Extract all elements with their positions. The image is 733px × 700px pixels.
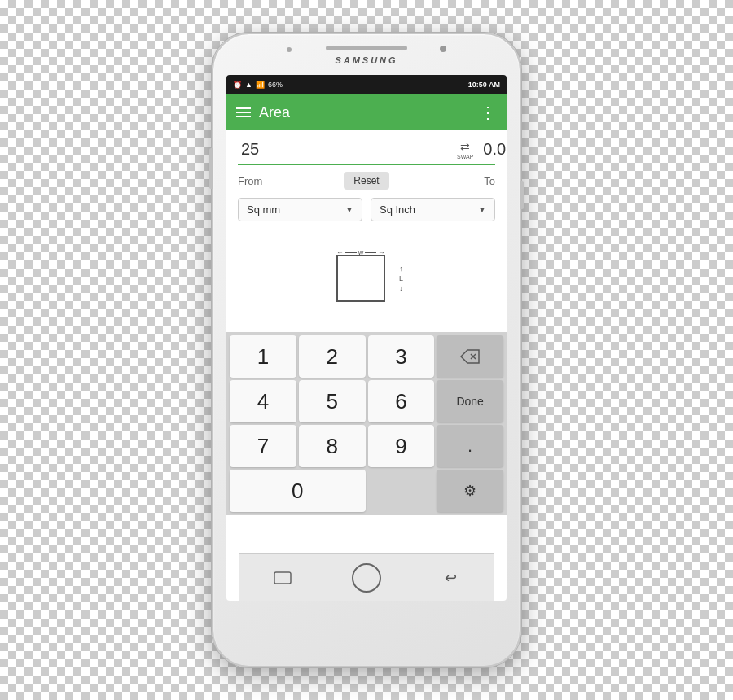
swap-arrows-icon: ⇄	[460, 140, 470, 153]
signal-bars: 📶	[256, 81, 265, 89]
done-button[interactable]: Done	[437, 380, 503, 422]
to-unit-dropdown[interactable]: Sq Inch ▼	[371, 198, 495, 221]
back-button[interactable]: ↩	[434, 562, 467, 594]
brand-label: SAMSUNG	[335, 55, 397, 65]
conversion-row: ⇄ SWAP 0.03875	[238, 138, 495, 165]
app-title: Area	[259, 104, 290, 121]
recent-apps-icon	[274, 571, 292, 584]
backspace-icon	[460, 349, 480, 364]
shape-rect	[336, 255, 385, 302]
from-unit-label: Sq mm	[247, 203, 280, 216]
app-bar-title: Area	[236, 104, 290, 121]
from-label: From	[238, 175, 344, 187]
key-3[interactable]: 3	[368, 335, 435, 378]
to-label: To	[389, 175, 495, 187]
key-1[interactable]: 1	[230, 335, 296, 378]
to-value: 0.03875	[480, 138, 507, 160]
status-time: 10:50 AM	[468, 81, 500, 89]
app-bar: Area ⋮	[226, 94, 507, 130]
status-bar: ⏰ ▲ 📶 66% 10:50 AM	[226, 75, 507, 94]
volume-button[interactable]	[209, 148, 213, 189]
arrow-down: ↓	[399, 284, 403, 292]
sensor	[287, 47, 292, 52]
alarm-icon: ⏰	[233, 81, 242, 89]
battery-level: 66%	[268, 81, 283, 89]
svg-rect-2	[274, 572, 291, 584]
from-input[interactable]	[238, 138, 450, 160]
shape-illustration: ← w → ↑ L ↓	[238, 234, 495, 324]
labels-row: From Reset To	[238, 172, 495, 190]
swap-button[interactable]: ⇄ SWAP	[457, 140, 473, 160]
key-6[interactable]: 6	[368, 380, 435, 422]
settings-button[interactable]: ⚙	[437, 470, 503, 512]
home-button[interactable]	[352, 563, 381, 593]
power-button[interactable]	[520, 181, 524, 209]
key-dot[interactable]: .	[437, 425, 503, 467]
arrow-up: ↑	[399, 265, 403, 273]
phone-shell: SAMSUNG ⏰ ▲ 📶 66% 10:50 AM Area	[212, 33, 521, 667]
key-9[interactable]: 9	[368, 425, 435, 467]
from-unit-dropdown[interactable]: Sq mm ▼	[238, 198, 362, 221]
numeric-keyboard: 1 2 3 4 5 6 Done 7 8 9	[226, 332, 507, 515]
key-8[interactable]: 8	[299, 425, 366, 467]
swap-label: SWAP	[457, 154, 473, 160]
status-left-icons: ⏰ ▲ 📶 66%	[233, 81, 283, 89]
menu-icon[interactable]	[236, 107, 251, 117]
to-dropdown-arrow: ▼	[478, 205, 486, 214]
recent-apps-button[interactable]	[266, 562, 299, 594]
key-5[interactable]: 5	[299, 380, 366, 422]
content-area: ⇄ SWAP 0.03875 From Reset To Sq mm ▼	[226, 130, 507, 332]
more-options-icon[interactable]: ⋮	[480, 103, 497, 122]
length-dimension: ↑ L ↓	[399, 255, 403, 302]
dropdowns-row: Sq mm ▼ Sq Inch ▼	[238, 198, 495, 221]
speaker-grille	[326, 46, 407, 50]
screen: ⏰ ▲ 📶 66% 10:50 AM Area ⋮	[226, 75, 507, 601]
key-4[interactable]: 4	[230, 380, 296, 422]
key-0[interactable]: 0	[230, 470, 366, 512]
length-label: L	[399, 274, 403, 282]
key-7[interactable]: 7	[230, 425, 296, 467]
nav-bar: ↩	[239, 553, 494, 601]
wifi-icon: ▲	[245, 81, 252, 89]
front-camera	[440, 46, 446, 52]
key-2[interactable]: 2	[299, 335, 366, 378]
backspace-button[interactable]	[437, 335, 503, 378]
reset-button[interactable]: Reset	[344, 172, 388, 190]
shape-container: ← w → ↑ L ↓	[330, 247, 403, 312]
to-unit-label: Sq Inch	[380, 203, 415, 216]
phone-device: SAMSUNG ⏰ ▲ 📶 66% 10:50 AM Area	[212, 33, 521, 667]
from-dropdown-arrow: ▼	[345, 205, 353, 214]
